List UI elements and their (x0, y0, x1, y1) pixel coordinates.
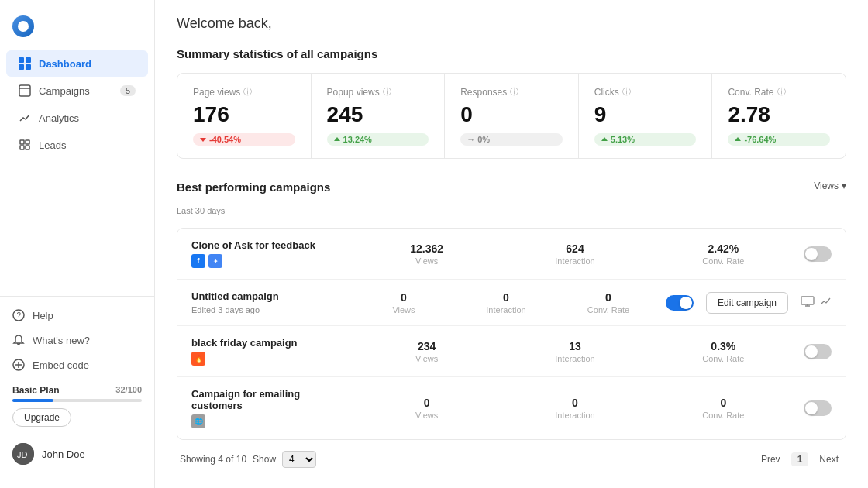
clicks-value: 9 (594, 102, 697, 127)
analytics-icon (19, 112, 31, 124)
stat-conv-rate: Conv. Rate ⓘ 2.78 -76.64% (712, 74, 846, 158)
conv-rate-value: 2.78 (728, 102, 830, 127)
clicks-info-icon[interactable]: ⓘ (622, 86, 631, 98)
help-item[interactable]: ? Help (0, 303, 154, 328)
upgrade-button[interactable]: Upgrade (12, 408, 71, 427)
responses-info-icon[interactable]: ⓘ (510, 86, 518, 98)
main-content: Welcome back, Summary statistics of all … (155, 0, 868, 488)
google-ads-icon: ✦ (208, 254, 222, 268)
show-select: Showing 4 of 10 Show 4 10 25 (180, 451, 316, 468)
conv-rate-info-icon[interactable]: ⓘ (777, 86, 786, 98)
action-icons (801, 296, 832, 310)
svg-rect-2 (19, 64, 24, 70)
sidebar-item-label: Campaigns (39, 85, 90, 97)
help-icon: ? (12, 309, 25, 321)
show-number-select[interactable]: 4 10 25 (282, 451, 316, 468)
responses-value: 0 (460, 102, 563, 127)
stat-responses: Responses ⓘ 0 → 0% (445, 74, 579, 158)
page-views-change: -40.54% (193, 133, 295, 146)
embed-icon (12, 359, 25, 371)
desktop-icon[interactable] (801, 296, 815, 310)
logo-icon (12, 15, 34, 37)
stat-clicks: Clicks ⓘ 9 5.13% (579, 74, 713, 158)
user-name: John Doe (42, 448, 85, 460)
table-row: black friday campaign 🔥 234 Views 13 Int… (177, 326, 846, 377)
views-group: 0 Views (359, 397, 494, 420)
conv-rate-group: 2.42% Conv. Rate (656, 242, 791, 266)
bell-icon (12, 334, 25, 346)
logo (0, 9, 154, 50)
plan-progress-fill (12, 399, 53, 402)
stats-section-title: Summary statistics of all campaigns (177, 47, 846, 60)
table-row: Clone of Ask for feedback f ✦ 12.362 Vie… (177, 229, 846, 280)
interaction-group: 13 Interaction (507, 340, 642, 363)
conv-rate-group: 0 Conv. Rate (563, 291, 653, 314)
sidebar: Dashboard Campaigns 5 Analytics (0, 0, 155, 488)
showing-text: Showing 4 of 10 (180, 454, 246, 465)
embed-code-item[interactable]: Embed code (0, 352, 154, 377)
stat-popup-views: Popup views ⓘ 245 13.24% (312, 74, 446, 158)
campaign-table: Clone of Ask for feedback f ✦ 12.362 Vie… (177, 228, 846, 440)
table-row: Untitled campaign Edited 3 days ago 0 Vi… (177, 280, 846, 326)
sidebar-item-campaigns[interactable]: Campaigns 5 (6, 77, 148, 104)
next-button[interactable]: Next (815, 452, 843, 466)
svg-rect-8 (26, 146, 29, 149)
interaction-group: 0 Interaction (461, 291, 551, 314)
stats-row: Page views ⓘ 176 -40.54% Popup views ⓘ 2… (177, 73, 846, 159)
interaction-group: 0 Interaction (507, 397, 642, 420)
svg-text:JD: JD (17, 450, 28, 459)
edit-campaign-button[interactable]: Edit campaign (706, 292, 788, 314)
svg-rect-5 (20, 140, 24, 144)
campaigns-icon (19, 84, 31, 97)
campaign-icons: f ✦ (191, 254, 346, 268)
popup-views-change: 13.24% (327, 133, 429, 146)
svg-rect-0 (19, 57, 24, 63)
globe-icon: 🌐 (191, 414, 205, 428)
campaign-info: black friday campaign 🔥 (191, 337, 346, 366)
sidebar-item-label: Analytics (39, 112, 79, 124)
campaign-icons: 🔥 (191, 352, 346, 366)
conv-rate-change: -76.64% (728, 133, 830, 146)
clicks-change: 5.13% (594, 133, 697, 146)
campaign-sub: Edited 3 days ago (191, 305, 346, 314)
pagination-row: Showing 4 of 10 Show 4 10 25 Prev 1 Next (177, 440, 846, 471)
campaign-toggle[interactable] (804, 400, 832, 416)
dashboard-icon (19, 57, 31, 70)
plan-section: Basic Plan 32/100 Upgrade (0, 377, 154, 435)
views-group: 12.362 Views (359, 242, 494, 266)
page-nav: Prev 1 Next (756, 452, 843, 466)
prev-button[interactable]: Prev (756, 452, 785, 466)
campaign-toggle[interactable] (804, 246, 832, 262)
campaigns-badge: 5 (120, 85, 136, 96)
best-campaigns-section: Best performing campaigns Last 30 days V… (177, 180, 846, 471)
analytics-mini-icon[interactable] (821, 296, 832, 310)
sidebar-item-leads[interactable]: Leads (6, 132, 148, 158)
campaign-info: Clone of Ask for feedback f ✦ (191, 239, 346, 268)
campaign-toggle[interactable] (804, 344, 832, 359)
sidebar-item-analytics[interactable]: Analytics (6, 105, 148, 131)
sidebar-item-label: Leads (39, 139, 66, 151)
views-dropdown[interactable]: Views ▾ (814, 180, 846, 191)
table-row: Campaign for emailing customers 🌐 0 View… (177, 377, 846, 439)
best-campaigns-subtitle: Last 30 days (177, 206, 330, 215)
page-views-value: 176 (193, 102, 295, 127)
sidebar-bottom: ? Help What's new? Embed code (0, 296, 154, 479)
svg-text:?: ? (17, 311, 22, 320)
best-campaigns-title: Best performing campaigns (177, 180, 330, 194)
popup-views-info-icon[interactable]: ⓘ (383, 86, 391, 98)
campaign-toggle[interactable] (666, 295, 694, 311)
current-page: 1 (791, 452, 809, 466)
whats-new-item[interactable]: What's new? (0, 328, 154, 352)
svg-rect-6 (26, 140, 29, 144)
page-views-info-icon[interactable]: ⓘ (243, 86, 252, 98)
best-campaigns-header: Best performing campaigns Last 30 days V… (177, 180, 846, 225)
welcome-text: Welcome back, (177, 15, 846, 32)
campaign-name: black friday campaign (191, 337, 346, 349)
svg-rect-3 (26, 64, 31, 70)
views-group: 0 Views (359, 291, 449, 314)
sidebar-item-dashboard[interactable]: Dashboard (6, 50, 148, 77)
sidebar-item-label: Dashboard (39, 58, 91, 70)
plan-label: Basic Plan (12, 385, 60, 396)
conv-rate-group: 0 Conv. Rate (656, 397, 791, 420)
views-group: 234 Views (359, 340, 494, 363)
